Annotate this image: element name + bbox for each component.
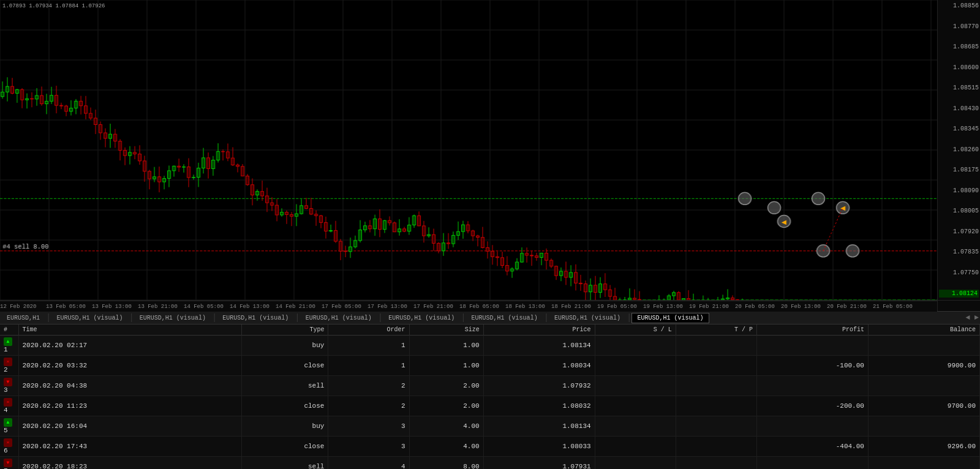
row-profit: -404.00 xyxy=(756,437,868,457)
equity-row xyxy=(927,13,931,24)
col-header-balance: Balance xyxy=(868,325,979,336)
tab-sep-4: | xyxy=(378,313,383,323)
price-label-5: 1.08430 xyxy=(939,105,979,112)
tab-sep-5: | xyxy=(461,313,466,323)
row-time: 2020.02.20 18:23 xyxy=(18,457,242,470)
time-label-19: 21 Feb 05:00 xyxy=(873,304,913,310)
nav-arrows[interactable]: ◄ ► xyxy=(965,313,979,322)
chart-tab-1[interactable]: EURUSD,H1 (visual) xyxy=(51,313,128,323)
trade-table-section: #TimeTypeOrderSizePriceS / LT / PProfitB… xyxy=(0,325,980,469)
row-profit xyxy=(756,376,868,396)
hour-gmt-row xyxy=(927,35,931,46)
tabs-row: EURUSD,H1|EURUSD,H1 (visual)|EURUSD,H1 (… xyxy=(0,311,980,325)
time-label-10: 18 Feb 05:00 xyxy=(459,304,499,310)
chart-tab-6[interactable]: EURUSD,H1 (visual) xyxy=(466,313,543,323)
row-size: 4.00 xyxy=(409,437,483,457)
col-header-t--p: T / P xyxy=(676,325,756,336)
col-header-order: Order xyxy=(328,325,409,336)
row-id-3: ▼3 xyxy=(0,376,18,396)
row-id-2: ×2 xyxy=(0,356,18,376)
row-tp xyxy=(676,356,756,376)
row-price: 1.08034 xyxy=(483,356,595,376)
time-axis: 12 Feb 202013 Feb 05:0013 Feb 13:0013 Fe… xyxy=(0,301,937,312)
chart-tab-4[interactable]: EURUSD,H1 (visual) xyxy=(300,313,377,323)
row-profit xyxy=(756,416,868,437)
row-balance xyxy=(868,416,979,437)
row-sl xyxy=(595,396,676,416)
table-row: ▼32020.02.20 04:38sell22.001.07932 xyxy=(0,376,980,396)
row-time: 2020.02.20 17:43 xyxy=(18,437,242,457)
table-row: ▲52020.02.20 16:04buy34.001.08134 xyxy=(0,416,980,437)
chart-tab-0[interactable]: EURUSD,H1 xyxy=(1,313,45,323)
chart-tab-3[interactable]: EURUSD,H1 (visual) xyxy=(217,313,294,323)
row-tp xyxy=(676,457,756,470)
row-size: 1.00 xyxy=(409,356,483,376)
row-order: 2 xyxy=(328,396,409,416)
time-label-11: 18 Feb 13:00 xyxy=(505,304,545,310)
time-label-3: 13 Feb 21:00 xyxy=(138,304,178,310)
row-type: sell xyxy=(242,457,328,470)
row-profit xyxy=(756,457,868,470)
chart-canvas xyxy=(0,0,980,300)
row-sl xyxy=(595,336,676,356)
row-sl xyxy=(595,376,676,396)
hour-row xyxy=(927,45,931,56)
price-label-0: 1.08856 xyxy=(939,2,979,9)
price-label-7: 1.08260 xyxy=(939,146,979,153)
time-label-0: 12 Feb 2020 xyxy=(0,304,36,310)
row-price: 1.08032 xyxy=(483,396,595,416)
time-label-18: 20 Feb 21:00 xyxy=(827,304,867,310)
tab-sep-1: | xyxy=(129,313,134,323)
row-size: 1.00 xyxy=(409,336,483,356)
chart-tab-7[interactable]: EURUSD,H1 (visual) xyxy=(549,313,626,323)
table-row: ×22020.02.20 03:32close11.001.08034-100.… xyxy=(0,356,980,376)
row-balance: 9296.00 xyxy=(868,437,979,457)
row-price: 1.08033 xyxy=(483,437,595,457)
time-label-17: 20 Feb 13:00 xyxy=(781,304,821,310)
price-label-8: 1.08175 xyxy=(939,167,979,173)
chart-overlay-info: 1.07893 1.07934 1.07884 1.07926 xyxy=(2,2,105,10)
row-time: 2020.02.20 02:17 xyxy=(18,336,242,356)
row-type: close xyxy=(242,356,328,376)
row-size: 2.00 xyxy=(409,396,483,416)
chart-tab-2[interactable]: EURUSD,H1 (visual) xyxy=(134,313,211,323)
row-order: 1 xyxy=(328,336,409,356)
price-label-9: 1.08090 xyxy=(939,187,979,194)
col-header-size: Size xyxy=(409,325,483,336)
col-header-#: # xyxy=(0,325,18,336)
row-tp xyxy=(676,336,756,356)
row-icon: × xyxy=(4,358,12,366)
col-header-s--l: S / L xyxy=(595,325,676,336)
row-type: close xyxy=(242,396,328,416)
chart-tab-5[interactable]: EURUSD,H1 (visual) xyxy=(383,313,460,323)
row-id-7: ▼7 xyxy=(0,457,18,470)
col-header-price: Price xyxy=(483,325,595,336)
profit-row xyxy=(927,24,931,35)
row-time: 2020.02.20 11:23 xyxy=(18,396,242,416)
row-type: close xyxy=(242,437,328,457)
time-label-8: 17 Feb 13:00 xyxy=(368,304,407,310)
time-label-2: 13 Feb 13:00 xyxy=(92,304,132,310)
price-label-10: 1.08005 xyxy=(939,208,979,214)
row-tp xyxy=(676,376,756,396)
row-icon: ▲ xyxy=(4,418,12,427)
time-label-5: 14 Feb 13:00 xyxy=(230,304,270,310)
row-balance: 9700.00 xyxy=(868,396,979,416)
row-tp xyxy=(676,396,756,416)
trade-table: #TimeTypeOrderSizePriceS / LT / PProfitB… xyxy=(0,325,980,469)
row-price: 1.07932 xyxy=(483,376,595,396)
chart-area: 1.07893 1.07934 1.07884 1.07926 1.088561… xyxy=(0,0,980,300)
row-id-5: ▲5 xyxy=(0,416,18,437)
time-label-13: 19 Feb 05:00 xyxy=(597,304,637,310)
price-scale: 1.088561.087701.086851.086001.085151.084… xyxy=(937,0,980,300)
time-label-4: 14 Feb 05:00 xyxy=(184,304,224,310)
price-label-2: 1.08685 xyxy=(939,43,979,50)
row-icon: ▼ xyxy=(4,378,12,386)
table-row: ▲12020.02.20 02:17buy11.001.08134 xyxy=(0,336,980,356)
row-type: buy xyxy=(242,416,328,437)
time-label-14: 19 Feb 13:00 xyxy=(643,304,683,310)
row-type: sell xyxy=(242,376,328,396)
row-order: 4 xyxy=(328,457,409,470)
chart-tab-8[interactable]: EURUSD,H1 (visual) xyxy=(631,313,709,323)
row-balance xyxy=(868,457,979,470)
